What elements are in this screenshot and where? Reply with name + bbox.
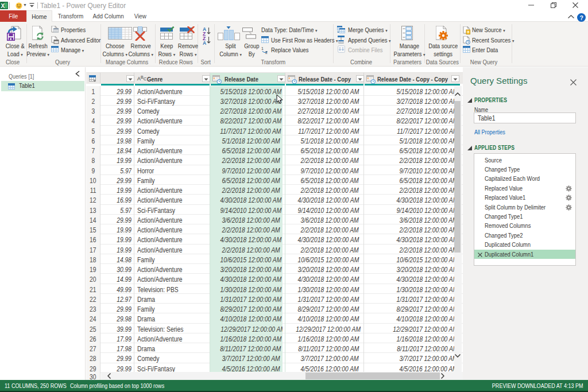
svg-text:X: X [1, 3, 5, 9]
svg-text:?: ? [580, 14, 583, 21]
svg-text:A: A [203, 40, 206, 45]
svg-text:2: 2 [265, 51, 268, 55]
svg-text:1: 1 [261, 46, 264, 51]
